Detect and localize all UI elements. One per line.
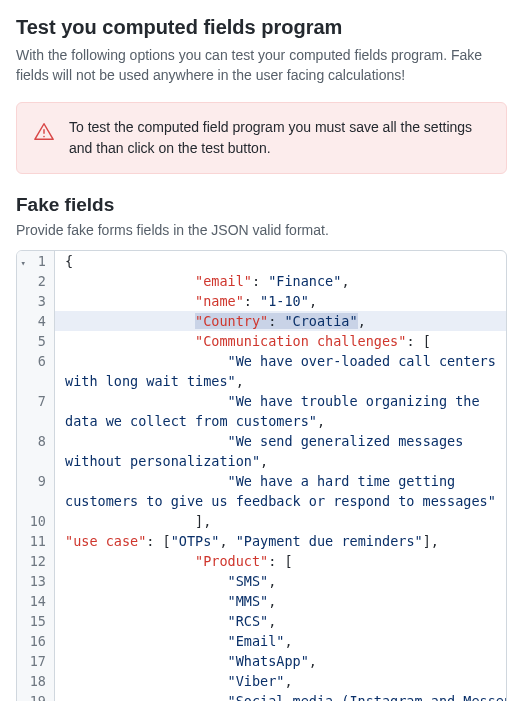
code-content[interactable]: "WhatsApp", [55, 651, 506, 671]
line-number: 12 [17, 551, 55, 571]
code-content[interactable]: "SMS", [55, 571, 506, 591]
code-line[interactable]: 7 "We have trouble organizing the data w… [17, 391, 506, 431]
code-line[interactable]: 18 "Viber", [17, 671, 506, 691]
line-number: 2 [17, 271, 55, 291]
code-content[interactable]: "name": "1-10", [55, 291, 506, 311]
line-number: 4 [17, 311, 55, 331]
code-content[interactable]: "MMS", [55, 591, 506, 611]
code-content[interactable]: ], [55, 511, 506, 531]
code-line[interactable]: 15 "RCS", [17, 611, 506, 631]
line-number: 15 [17, 611, 55, 631]
code-line[interactable]: 10 ], [17, 511, 506, 531]
line-number: 8 [17, 431, 55, 471]
code-line[interactable]: 16 "Email", [17, 631, 506, 651]
code-content[interactable]: "Email", [55, 631, 506, 651]
json-code-editor[interactable]: 1▾{2 "email": "Finance",3 "name": "1-10"… [16, 250, 507, 701]
line-number: 3 [17, 291, 55, 311]
code-line[interactable]: 1▾{ [17, 251, 506, 271]
code-line[interactable]: 17 "WhatsApp", [17, 651, 506, 671]
code-line[interactable]: 6 "We have over-loaded call centers with… [17, 351, 506, 391]
code-line[interactable]: 14 "MMS", [17, 591, 506, 611]
code-content[interactable]: "Country": "Croatia", [55, 311, 506, 331]
code-line[interactable]: 9 "We have a hard time getting customers… [17, 471, 506, 511]
line-number: 5 [17, 331, 55, 351]
code-content[interactable]: "RCS", [55, 611, 506, 631]
line-number: 7 [17, 391, 55, 431]
line-number: 13 [17, 571, 55, 591]
code-content[interactable]: "Communication challenges": [ [55, 331, 506, 351]
code-line[interactable]: 3 "name": "1-10", [17, 291, 506, 311]
line-number: 16 [17, 631, 55, 651]
line-number: 19 [17, 691, 55, 701]
code-line[interactable]: 11"use case": ["OTPs", "Payment due remi… [17, 531, 506, 551]
line-number: 10 [17, 511, 55, 531]
code-content[interactable]: "We have over-loaded call centers with l… [55, 351, 506, 391]
fake-fields-subtitle: Provide fake forms fields in the JSON va… [16, 220, 507, 240]
fake-fields-title: Fake fields [16, 194, 507, 216]
code-line[interactable]: 12 "Product": [ [17, 551, 506, 571]
line-number: 9 [17, 471, 55, 511]
line-number: 17 [17, 651, 55, 671]
code-content[interactable]: "We send generalized messages without pe… [55, 431, 506, 471]
line-number: 1▾ [17, 251, 55, 271]
section-subtitle: With the following options you can test … [16, 45, 507, 86]
svg-point-1 [43, 135, 45, 137]
fold-toggle-icon[interactable]: ▾ [21, 253, 26, 273]
code-line[interactable]: 19 "Social media (Instagram and Messenge… [17, 691, 506, 701]
code-line[interactable]: 4 "Country": "Croatia", [17, 311, 506, 331]
code-content[interactable]: { [55, 251, 506, 271]
line-number: 14 [17, 591, 55, 611]
warning-alert: To test the computed field program you m… [16, 102, 507, 174]
code-content[interactable]: "Social media (Instagram and Messenger)"… [55, 691, 506, 701]
line-number: 18 [17, 671, 55, 691]
code-content[interactable]: "email": "Finance", [55, 271, 506, 291]
code-content[interactable]: "We have a hard time getting customers t… [55, 471, 506, 511]
code-content[interactable]: "We have trouble organizing the data we … [55, 391, 506, 431]
code-content[interactable]: "Viber", [55, 671, 506, 691]
code-line[interactable]: 13 "SMS", [17, 571, 506, 591]
code-line[interactable]: 5 "Communication challenges": [ [17, 331, 506, 351]
code-line[interactable]: 8 "We send generalized messages without … [17, 431, 506, 471]
code-line[interactable]: 2 "email": "Finance", [17, 271, 506, 291]
line-number: 11 [17, 531, 55, 551]
line-number: 6 [17, 351, 55, 391]
section-title: Test you computed fields program [16, 16, 507, 39]
code-content[interactable]: "use case": ["OTPs", "Payment due remind… [55, 531, 506, 551]
warning-icon [33, 121, 55, 143]
warning-text: To test the computed field program you m… [69, 117, 490, 159]
code-content[interactable]: "Product": [ [55, 551, 506, 571]
